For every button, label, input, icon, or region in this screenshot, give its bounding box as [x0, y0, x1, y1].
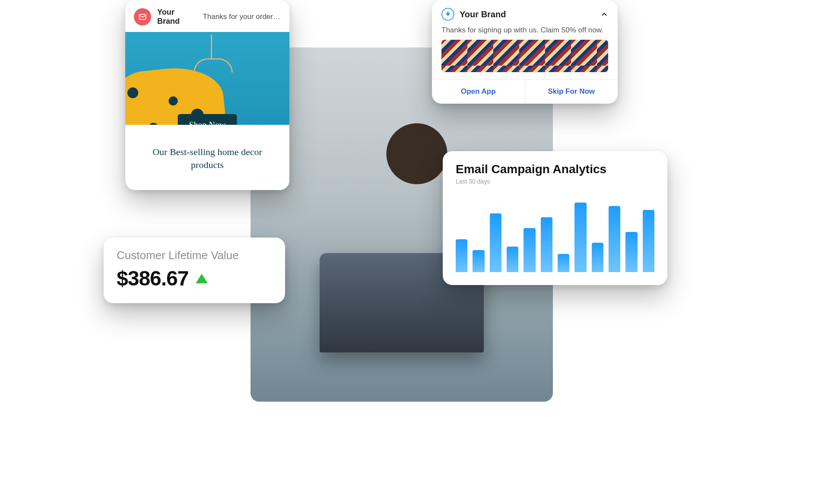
email-analytics-card: Email Campaign Analytics Last 30 days	[443, 151, 667, 285]
open-app-button[interactable]: Open App	[432, 79, 525, 104]
shop-now-button[interactable]: Shop Now	[178, 114, 237, 125]
chevron-up-icon[interactable]	[600, 10, 608, 18]
clv-card: Customer Lifetime Value $386.67	[104, 238, 285, 303]
analytics-bar	[490, 213, 501, 272]
trend-up-icon	[196, 274, 208, 283]
brand-app-icon	[441, 8, 454, 21]
email-brand-label: Your Brand	[157, 8, 197, 26]
analytics-bar	[625, 232, 637, 273]
analytics-bar	[507, 247, 518, 273]
analytics-bar	[456, 239, 467, 273]
email-preview-card: Your Brand Thanks for your order #... Sh…	[125, 0, 289, 190]
mail-icon	[134, 8, 151, 25]
analytics-bar	[609, 206, 620, 272]
clv-value: $386.67	[117, 266, 189, 290]
analytics-bar	[574, 203, 586, 273]
notification-header: Your Brand	[432, 8, 618, 24]
analytics-bar	[473, 250, 484, 272]
notification-brand-label: Your Brand	[460, 10, 595, 19]
analytics-bar	[558, 254, 569, 273]
analytics-subtitle: Last 30 days	[456, 178, 654, 185]
notification-actions: Open App Skip For Now	[432, 79, 618, 104]
analytics-bar	[541, 217, 552, 273]
clv-label: Customer Lifetime Value	[117, 249, 272, 262]
email-hero-image: Shop Now	[125, 32, 289, 125]
analytics-bar	[524, 228, 535, 272]
email-subject: Thanks for your order #...	[203, 13, 281, 21]
notification-image	[441, 40, 608, 72]
email-header: Your Brand Thanks for your order #...	[125, 0, 289, 32]
push-notification-card: Your Brand Thanks for signing up with us…	[432, 0, 618, 104]
email-caption: Our Best-selling home decor products	[125, 125, 289, 171]
analytics-title: Email Campaign Analytics	[456, 162, 654, 176]
skip-for-now-button[interactable]: Skip For Now	[525, 79, 618, 104]
analytics-bar	[643, 210, 654, 273]
notification-body: Thanks for signing up with us. Claim 50%…	[432, 24, 618, 40]
analytics-bar	[592, 243, 603, 272]
analytics-bar-chart	[456, 199, 654, 272]
